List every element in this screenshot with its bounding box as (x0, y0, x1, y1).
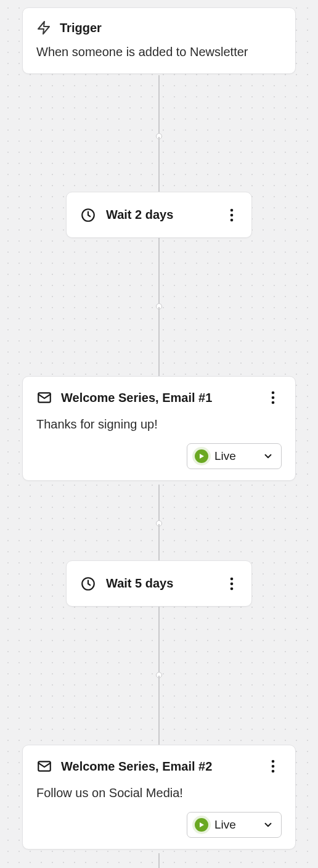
svg-point-11 (230, 577, 234, 580)
wait-label: Wait 2 days (106, 208, 223, 222)
email-header: Welcome Series, Email #2 (36, 758, 282, 775)
trigger-card[interactable]: Trigger When someone is added to Newslet… (22, 7, 296, 74)
svg-point-17 (272, 770, 275, 773)
live-status-icon (195, 449, 208, 463)
connector-line (158, 307, 160, 376)
trigger-header: Trigger (36, 20, 282, 35)
svg-point-7 (272, 396, 275, 399)
connector-line (158, 853, 160, 868)
svg-point-13 (230, 587, 234, 590)
trigger-description: When someone is added to Newsletter (36, 44, 282, 60)
email-title: Welcome Series, Email #1 (61, 391, 256, 405)
email-title: Welcome Series, Email #2 (61, 760, 256, 774)
connector-line (158, 676, 160, 745)
live-status-icon (195, 818, 208, 832)
wait-label: Wait 5 days (106, 576, 223, 591)
status-label: Live (214, 818, 256, 832)
svg-point-3 (230, 213, 234, 216)
svg-point-8 (272, 401, 275, 404)
svg-marker-0 (38, 22, 49, 34)
more-menu-button[interactable] (223, 207, 240, 224)
email-header: Welcome Series, Email #1 (36, 389, 282, 406)
status-label: Live (214, 449, 256, 463)
connector-line (158, 485, 160, 524)
connector-line (158, 607, 160, 676)
more-menu-button[interactable] (223, 575, 240, 592)
connector-line (158, 238, 160, 307)
svg-marker-9 (200, 454, 204, 459)
wait-step-card[interactable]: Wait 2 days (66, 192, 252, 238)
svg-point-4 (230, 218, 234, 221)
more-menu-button[interactable] (264, 758, 282, 775)
more-menu-button[interactable] (264, 389, 282, 406)
svg-point-16 (272, 765, 275, 768)
envelope-icon (36, 390, 52, 406)
email-description: Follow us on Social Media! (36, 785, 282, 801)
chevron-down-icon (263, 819, 274, 830)
clock-icon (80, 207, 96, 223)
envelope-icon (36, 758, 52, 774)
connector-line (158, 75, 160, 137)
status-dropdown[interactable]: Live (187, 443, 282, 469)
connector-line (158, 137, 160, 192)
connector-line (158, 524, 160, 561)
svg-marker-18 (200, 822, 204, 827)
trigger-title: Trigger (60, 21, 102, 35)
email-description: Thanks for signing up! (36, 416, 282, 432)
svg-point-15 (272, 760, 275, 763)
wait-step-card[interactable]: Wait 5 days (66, 560, 252, 607)
email-step-card[interactable]: Welcome Series, Email #2 Follow us on So… (22, 745, 296, 850)
status-dropdown[interactable]: Live (187, 812, 282, 838)
svg-point-6 (272, 391, 275, 395)
clock-icon (80, 576, 96, 592)
email-step-card[interactable]: Welcome Series, Email #1 Thanks for sign… (22, 376, 296, 481)
svg-point-12 (230, 582, 234, 585)
svg-point-2 (230, 208, 234, 211)
chevron-down-icon (263, 451, 274, 462)
lightning-icon (36, 20, 51, 35)
